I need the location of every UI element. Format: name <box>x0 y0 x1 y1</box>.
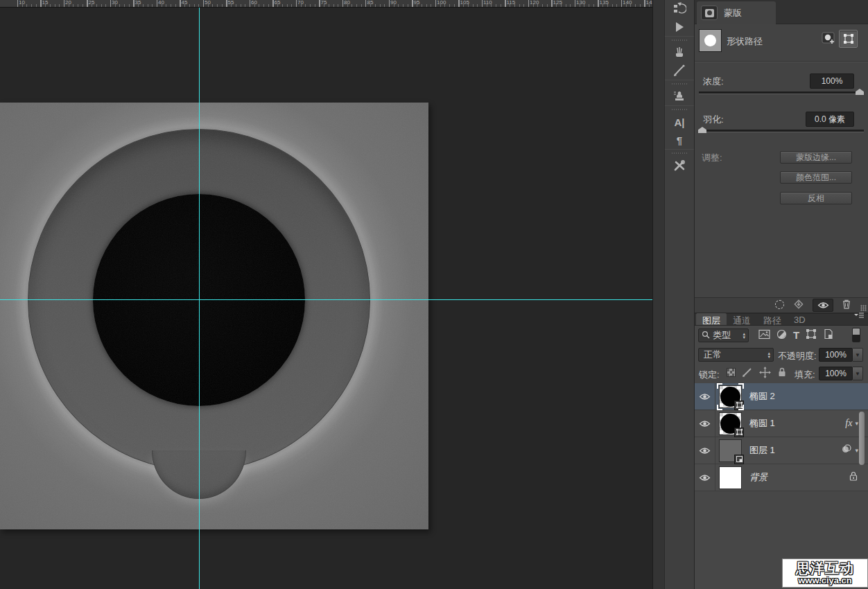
layer-visibility-eye-icon[interactable] <box>695 383 715 410</box>
layer-visibility-eye-icon[interactable] <box>695 464 715 491</box>
expand-effects-icon[interactable]: ▾ <box>855 447 858 454</box>
ruler-label: 70 <box>297 0 304 6</box>
tab-masks[interactable]: 蒙版 <box>697 1 776 24</box>
filter-image-icon[interactable] <box>758 329 770 342</box>
tab-3d[interactable]: 3D <box>788 313 812 325</box>
color-range-button[interactable]: 颜色范围... <box>780 171 852 184</box>
horizontal-ruler[interactable]: 1015202530354045505560657075808590951001… <box>0 0 652 8</box>
lock-position-icon[interactable] <box>759 367 771 381</box>
layer-name[interactable]: 椭圆 2 <box>749 390 775 403</box>
feather-slider[interactable] <box>699 130 864 132</box>
feather-slider-thumb[interactable] <box>698 127 706 133</box>
mask-edge-button[interactable]: 蒙版边缘... <box>780 151 852 164</box>
fill-dropdown-button[interactable]: ▼ <box>853 367 863 380</box>
density-label: 浓度: <box>703 76 724 88</box>
ruler-label: 20 <box>65 0 71 6</box>
background-lock-icon <box>849 471 858 484</box>
dock-group-grip[interactable] <box>665 149 694 157</box>
ruler-label: 50 <box>205 0 211 6</box>
density-slider-thumb[interactable] <box>856 89 864 95</box>
smart-filter-icon[interactable] <box>841 444 852 457</box>
layer-thumbnail[interactable] <box>719 439 742 462</box>
layer-row[interactable]: 背景 <box>695 464 868 491</box>
layer-name[interactable]: 背景 <box>749 471 767 484</box>
brush-icon[interactable] <box>665 44 694 62</box>
tab-channels[interactable]: 通道 <box>727 313 757 325</box>
ruler-label: 65 <box>275 0 281 6</box>
filter-shape-icon[interactable] <box>806 328 817 342</box>
add-pixel-mask-icon[interactable] <box>822 32 837 47</box>
layer-row[interactable]: 椭圆 1fx▾ <box>695 410 868 437</box>
lock-all-icon[interactable] <box>777 367 787 380</box>
ruler-label: 25 <box>89 0 95 6</box>
tab-layers[interactable]: 图层 <box>696 313 727 325</box>
filter-buttons: T <box>758 328 845 342</box>
brush-presets-icon[interactable] <box>665 62 694 80</box>
layer-row[interactable]: 图层 1▾ <box>695 437 868 464</box>
ruler-label: 130 <box>576 0 585 6</box>
layer-name[interactable]: 图层 1 <box>749 444 775 457</box>
watermark-title: 思洋互动 <box>796 561 854 575</box>
masks-panel-footer <box>695 297 868 313</box>
tab-paths[interactable]: 路径 <box>757 313 788 325</box>
filter-kind-combo[interactable]: 类型 ▴▾ <box>698 328 749 342</box>
filter-kind-label: 类型 <box>713 329 731 342</box>
opacity-value[interactable]: 100% <box>819 348 853 362</box>
fill-label: 填充: <box>795 369 815 381</box>
filter-toggle-switch[interactable] <box>852 328 860 342</box>
ruler-label: 125 <box>553 0 562 6</box>
canvas-pasteboard[interactable] <box>0 8 652 589</box>
horizontal-guide[interactable] <box>0 299 652 300</box>
fill-value[interactable]: 100% <box>819 367 853 380</box>
layer-visibility-eye-icon[interactable] <box>695 410 715 437</box>
filter-adjust-icon[interactable] <box>776 329 787 342</box>
layer-row-right-zone: ▾ <box>841 444 858 457</box>
masks-panel-tabbar: 蒙版 <box>695 0 868 24</box>
filter-smart-icon[interactable] <box>823 328 833 342</box>
layer-thumbnail[interactable] <box>719 466 742 489</box>
delete-mask-icon[interactable] <box>841 299 852 313</box>
blend-mode-combo[interactable]: 正常 ▴▾ <box>698 348 774 362</box>
dock-group-grip[interactable] <box>665 105 694 113</box>
density-value[interactable]: 100% <box>810 73 854 89</box>
fx-badge[interactable]: fx <box>845 418 852 429</box>
vector-badge-icon <box>734 428 744 437</box>
layer-name[interactable]: 椭圆 1 <box>749 417 775 430</box>
invert-button[interactable]: 反相 <box>780 192 852 204</box>
masks-panel-body: 形状路径 浓度: 100% 羽化: 0.0 像素 调整: 蒙版边缘... 颜色范… <box>695 24 868 297</box>
updown-arrows-icon: ▴▾ <box>743 332 748 339</box>
filter-type-icon[interactable]: T <box>793 329 799 342</box>
document-canvas[interactable] <box>0 103 428 529</box>
layers-scrollbar-thumb[interactable] <box>859 412 865 465</box>
expand-effects-icon[interactable]: ▾ <box>855 420 858 427</box>
ruler-label: 60 <box>251 0 257 6</box>
layer-row[interactable]: 椭圆 2 <box>695 383 868 410</box>
opacity-dropdown-button[interactable]: ▼ <box>853 348 863 362</box>
actions-icon[interactable] <box>665 18 694 36</box>
mask-thumbnail[interactable] <box>699 29 722 52</box>
density-slider[interactable] <box>699 91 864 94</box>
dock-group-grip[interactable] <box>665 36 694 44</box>
history-icon[interactable] <box>665 0 694 18</box>
clone-source-icon[interactable] <box>665 87 694 105</box>
lock-transparency-icon[interactable] <box>727 367 736 380</box>
ruler-label: 35 <box>135 0 141 6</box>
paragraph-icon[interactable]: ¶ <box>665 131 694 149</box>
panel-column: 蒙版 形状路径 浓度: 100% 羽化: 0.0 像素 调整: 蒙版边缘... … <box>695 0 868 589</box>
updown-arrows-icon: ▴▾ <box>767 351 773 358</box>
tool-presets-icon[interactable] <box>665 157 694 175</box>
layer-visibility-eye-icon[interactable] <box>695 437 715 464</box>
apply-mask-icon[interactable] <box>792 298 805 313</box>
lock-image-icon[interactable] <box>742 367 753 380</box>
panel-menu-icon[interactable] <box>853 310 865 322</box>
feather-value[interactable]: 0.0 像素 <box>806 112 854 127</box>
blend-mode-value: 正常 <box>704 349 722 361</box>
load-selection-icon[interactable] <box>775 299 784 312</box>
dock-group-grip[interactable] <box>665 80 694 87</box>
layer-thumbnail[interactable] <box>719 412 742 435</box>
vector-mask-button[interactable] <box>839 30 858 48</box>
layer-thumbnail[interactable] <box>719 385 742 408</box>
mask-visibility-button[interactable] <box>813 299 833 312</box>
vertical-guide[interactable] <box>199 8 200 589</box>
character-icon[interactable]: A| <box>665 113 694 131</box>
